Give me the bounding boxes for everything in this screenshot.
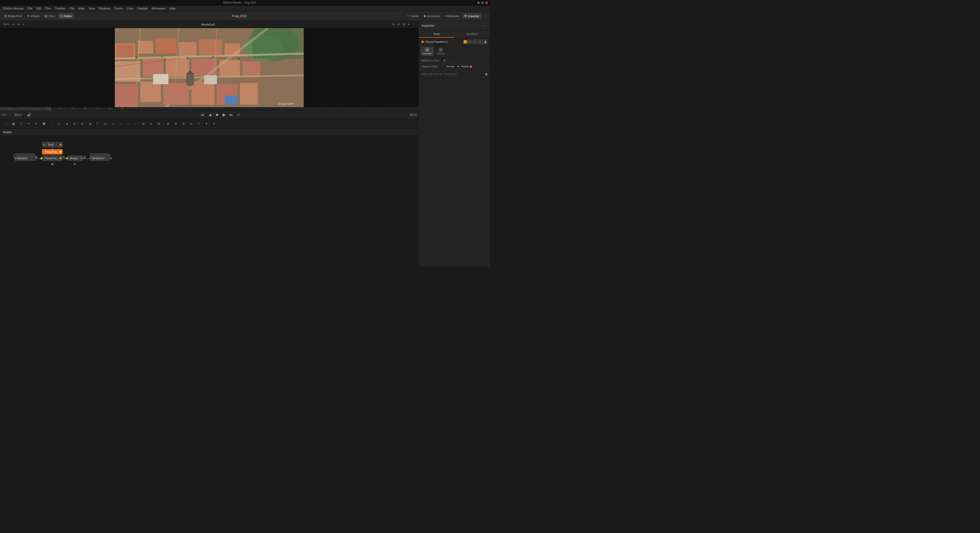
viewer[interactable]: Google Earth xyxy=(0,28,418,107)
eraser-tool[interactable]: ⊡ xyxy=(102,121,109,127)
subtab-controls[interactable]: ⊞ Controls xyxy=(421,47,434,56)
menu-color[interactable]: Color xyxy=(125,6,135,10)
svg-text:Google Earth: Google Earth xyxy=(278,102,293,105)
top-toolbar: ⊞ Media Pool ✦ Effects ▤ Clips ⬡ Nodes P… xyxy=(0,11,490,21)
clips-button[interactable]: ▤ Clips xyxy=(42,13,57,19)
optical-flow-tool[interactable]: ⊠ xyxy=(155,121,162,127)
menu-clip[interactable]: Clip xyxy=(67,6,76,10)
maximize-btn[interactable] xyxy=(481,2,484,4)
text-tool[interactable]: T xyxy=(18,121,24,127)
more-options-icon[interactable]: ⋯ xyxy=(482,14,488,18)
timeline-ruler[interactable]: 20 40 60 80 100 120 140 160 180 200 xyxy=(0,107,418,111)
nodes-button[interactable]: ⬡ Nodes xyxy=(58,13,74,19)
nodes-more[interactable]: ⋯ xyxy=(413,130,415,134)
stop-button[interactable]: ■ xyxy=(215,112,220,118)
node-color-picker[interactable] xyxy=(463,40,467,44)
subtab-settings[interactable]: ⚙ Settings xyxy=(434,47,447,56)
view-icon-b[interactable]: ⊞ xyxy=(17,23,21,26)
loop-button[interactable]: ↺ xyxy=(236,112,241,118)
metadata-button[interactable]: ℹ Metadata xyxy=(443,13,461,19)
brush-tool[interactable]: ✏ xyxy=(25,121,32,127)
toolbar-right: 〜 Spline ◆ Keyframes ℹ Metadata ⚙ Inspec… xyxy=(405,13,488,19)
tab-tools[interactable]: Tools xyxy=(419,30,455,38)
track-spline-dot[interactable] xyxy=(485,73,487,75)
menu-workspace[interactable]: Workspace xyxy=(150,6,168,10)
effects-icon: ✦ xyxy=(27,14,30,18)
menu-davinci-resolve[interactable]: DaVinci Resolve xyxy=(1,6,26,10)
view-icon-c[interactable]: ▾ xyxy=(22,23,25,26)
rect-mask-tool[interactable]: ▭ xyxy=(109,121,116,127)
planar-tracker-tool[interactable]: ⊟ xyxy=(148,121,155,127)
tracker-tool[interactable]: ⊞ xyxy=(140,121,147,127)
clone-tool[interactable]: ⊕ xyxy=(71,121,78,127)
svg-text:20: 20 xyxy=(8,108,10,110)
skip-end-button[interactable]: ⏭ xyxy=(229,112,234,118)
effects-button[interactable]: ✦ Effects xyxy=(25,13,41,19)
clipping-mode-controls: Domain Frame None Frame xyxy=(444,64,472,69)
clipping-mode-dot[interactable] xyxy=(470,65,472,68)
particle-tool[interactable]: ⁕ xyxy=(203,121,210,127)
menu-file[interactable]: File xyxy=(26,6,35,10)
viewer-more[interactable]: ⋯ xyxy=(412,23,417,26)
menu-fusion[interactable]: Fusion xyxy=(112,6,125,10)
gradient-tool[interactable]: ◑ xyxy=(86,121,94,127)
menu-fairlight[interactable]: Fairlight xyxy=(135,6,150,10)
eyedropper-tool[interactable]: ⬡ xyxy=(56,121,63,127)
fill-tool[interactable]: ▽ xyxy=(94,121,101,127)
add-mask-tool[interactable]: ⊞ xyxy=(180,121,187,127)
transform-tool[interactable]: ✛ xyxy=(33,121,40,127)
keyframes-button[interactable]: ◆ Keyframes xyxy=(422,13,442,19)
inspector-more[interactable]: ⋯ xyxy=(484,24,487,28)
menu-trim[interactable]: Trim xyxy=(43,6,53,10)
text3d-tool[interactable]: T³ xyxy=(195,121,202,127)
nodes-header: Nodes ⋯ xyxy=(0,129,418,136)
menu-view[interactable]: View xyxy=(86,6,97,10)
skip-start-button[interactable]: ⏮ xyxy=(200,112,205,118)
track-spline-prev[interactable]: ‹ xyxy=(484,73,484,76)
reset-tool[interactable]: ↺ xyxy=(210,121,218,127)
clipping-domain-select[interactable]: Domain Frame None xyxy=(444,64,460,69)
minimize-btn[interactable] xyxy=(477,2,480,4)
combine-tool[interactable]: ⊗ xyxy=(172,121,180,127)
view-icon-a[interactable]: A xyxy=(11,23,15,26)
node-settings-btn[interactable]: ⚙ xyxy=(478,40,482,44)
tab-modifiers[interactable]: Modifiers xyxy=(455,30,490,38)
viewer-options-1[interactable]: ⊟ xyxy=(391,23,395,26)
circle-mask-tool[interactable]: ○ xyxy=(117,121,124,127)
subtract-mask-tool[interactable]: ⊟ xyxy=(188,121,195,127)
node-delete-btn[interactable]: ✕ xyxy=(473,40,477,44)
merge-tool[interactable]: ⊕ xyxy=(165,121,172,127)
inspector-subtabs: ⊞ Controls ⚙ Settings xyxy=(419,46,490,57)
prev-frame-button[interactable]: ◀ xyxy=(207,112,212,118)
stamp-tool[interactable]: ◈ xyxy=(63,121,70,127)
node-clone-btn[interactable]: ⊞ xyxy=(468,40,472,44)
window-controls[interactable] xyxy=(477,2,488,4)
warp-tool[interactable]: ⊛ xyxy=(79,121,86,127)
bezier-tool[interactable]: ⌒ xyxy=(48,121,55,127)
menu-mark[interactable]: Mark xyxy=(76,6,86,10)
spline-button[interactable]: 〜 Spline xyxy=(405,13,421,19)
menu-edit[interactable]: Edit xyxy=(34,6,43,10)
close-btn[interactable] xyxy=(485,2,488,4)
media-pool-button[interactable]: ⊞ Media Pool xyxy=(2,13,24,19)
viewer-options-4[interactable]: ▾ xyxy=(407,23,410,26)
fit-dropdown[interactable]: Fit ▾ xyxy=(2,22,11,27)
viewer-options-3[interactable]: ⊞ xyxy=(402,23,406,26)
svg-rect-14 xyxy=(166,57,189,76)
polyline-tool[interactable]: ⌐ xyxy=(132,121,139,127)
polygon-tool[interactable]: ⬟ xyxy=(40,121,48,127)
menu-help[interactable]: Help xyxy=(168,6,178,10)
svg-text:▶: ▶ xyxy=(63,155,65,158)
menu-playback[interactable]: Playback xyxy=(97,6,112,10)
select-tool[interactable]: ▣ xyxy=(10,121,17,127)
inspector-button[interactable]: ⚙ Inspector xyxy=(462,13,481,19)
bspline-tool[interactable]: ⌣ xyxy=(124,121,132,127)
viewer-options-2[interactable]: ⊕ xyxy=(396,23,401,26)
play-button[interactable]: ▶ xyxy=(221,112,227,118)
svg-text:60: 60 xyxy=(34,108,36,110)
volume-button[interactable]: 🔊 xyxy=(27,112,32,118)
svg-text:40: 40 xyxy=(21,108,23,110)
pointer-tool[interactable]: ⬚ xyxy=(2,121,9,127)
node-lock-btn[interactable]: 🔒 xyxy=(483,40,487,44)
menu-timeline[interactable]: Timeline xyxy=(53,6,67,10)
